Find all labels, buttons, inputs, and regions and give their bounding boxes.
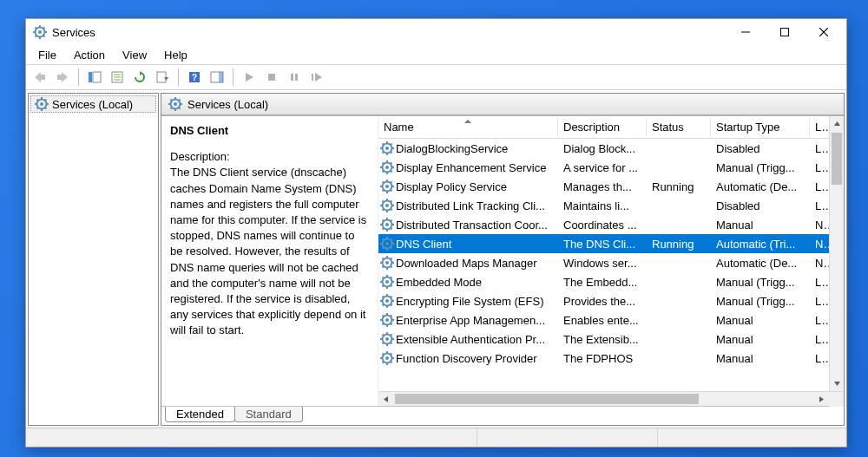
tab-standard[interactable]: Standard [234,407,303,422]
service-desc-cell: A service for ... [558,161,647,174]
services-list: Name Description Status Startup Type Log… [378,116,844,406]
column-description[interactable]: Description [558,118,647,136]
svg-rect-30 [268,74,275,81]
scrollbar-thumb[interactable] [832,133,842,185]
tab-extended[interactable]: Extended [165,407,235,422]
service-startup-cell: Manual (Trigg... [711,295,810,308]
gear-icon [380,294,394,308]
services-rows[interactable]: DialogBlockingServiceDialog Block...Disa… [378,139,844,391]
scrollbar-thumb[interactable] [395,394,699,404]
gear-icon [380,218,394,232]
table-row[interactable]: Function Discovery ProviderThe FDPHOSMan… [378,349,844,368]
vertical-scrollbar[interactable] [829,116,844,391]
service-startup-cell: Manual (Trigg... [711,276,810,289]
service-desc-cell: The DNS Cli... [558,238,647,251]
window-controls [726,20,843,44]
details-pane: DNS Client Description: The DNS Client s… [161,116,378,406]
svg-rect-16 [89,72,92,82]
results-header: Services (Local) [161,94,844,116]
description-label: Description: [170,149,369,165]
gear-icon [168,97,182,111]
service-startup-cell: Disabled [711,142,810,155]
tree-item-label: Services (Local) [52,98,133,111]
gear-icon [380,237,394,251]
pause-service-button[interactable] [284,67,305,88]
menu-help[interactable]: Help [155,47,196,63]
export-list-button[interactable] [152,67,173,88]
service-name-cell: Embedded Mode [396,276,482,289]
scroll-right-icon[interactable] [814,392,829,407]
console-tree[interactable]: Services (Local) [28,93,159,426]
refresh-button[interactable] [129,67,150,88]
table-row[interactable]: Extensible Authentication Pr...The Exten… [378,330,844,349]
scroll-down-icon[interactable] [830,376,844,391]
table-row[interactable]: Embedded ModeThe Embedd...Manual (Trigg.… [378,272,844,291]
table-row[interactable]: Distributed Link Tracking Cli...Maintain… [378,196,844,215]
horizontal-scrollbar[interactable] [378,391,844,406]
column-name[interactable]: Name [378,118,558,136]
svg-rect-17 [93,72,101,82]
service-name-cell: Display Enhancement Service [396,161,546,174]
scroll-left-icon[interactable] [378,392,393,407]
table-row[interactable]: Display Enhancement ServiceA service for… [378,158,844,177]
menu-file[interactable]: File [30,47,65,63]
table-row[interactable]: Enterprise App Managemen...Enables ente.… [378,310,844,330]
close-button[interactable] [804,20,843,44]
show-hide-action-pane-button[interactable] [207,67,227,88]
statusbar [26,428,846,447]
restart-service-button[interactable] [306,67,327,88]
column-startup-type[interactable]: Startup Type [711,118,810,136]
svg-marker-22 [140,71,142,75]
back-button[interactable] [30,67,50,88]
service-desc-cell: Enables ente... [558,314,647,327]
show-hide-tree-button[interactable] [84,67,105,88]
gear-icon [35,97,49,111]
help-button[interactable]: ? [184,67,205,88]
forward-button[interactable] [52,67,73,88]
service-name-cell: Distributed Link Tracking Cli... [396,199,545,212]
gear-icon [380,275,394,289]
service-name-cell: Encrypting File System (EFS) [396,295,544,308]
service-startup-cell: Automatic (Tri... [711,238,810,251]
svg-marker-37 [384,396,388,402]
table-row[interactable]: DNS ClientThe DNS Cli...RunningAutomatic… [378,234,844,253]
tree-services-local[interactable]: Services (Local) [30,95,156,113]
table-row[interactable]: Display Policy ServiceManages th...Runni… [378,177,844,196]
service-startup-cell: Manual [711,314,810,327]
menu-view[interactable]: View [114,47,155,63]
service-desc-cell: Dialog Block... [558,142,647,155]
results-body: DNS Client Description: The DNS Client s… [161,116,844,406]
svg-rect-33 [312,74,313,81]
column-status[interactable]: Status [647,118,711,136]
service-desc-cell: The Embedd... [558,276,647,289]
gear-icon [380,332,394,346]
table-row[interactable]: Encrypting File System (EFS)Provides the… [378,291,844,310]
start-service-button[interactable] [239,67,260,88]
service-desc-cell: Windows ser... [558,257,647,270]
stop-service-button[interactable] [261,67,282,88]
svg-rect-31 [291,74,293,81]
service-name-cell: Enterprise App Managemen... [396,314,545,327]
service-startup-cell: Manual [711,352,810,365]
scroll-up-icon[interactable] [830,116,844,131]
results-header-label: Services (Local) [187,98,268,111]
table-row[interactable]: DialogBlockingServiceDialog Block...Disa… [378,139,844,158]
results-pane: Services (Local) DNS Client Description:… [161,93,845,426]
svg-marker-38 [819,396,824,402]
svg-text:?: ? [192,73,197,82]
service-desc-cell: The FDPHOS [558,352,647,365]
properties-button[interactable] [107,67,128,88]
titlebar[interactable]: Services [26,19,846,45]
table-row[interactable]: Distributed Transaction Coor...Coordinat… [378,215,844,234]
gear-icon [380,160,394,174]
minimize-button[interactable] [726,20,765,44]
menu-action[interactable]: Action [65,47,114,63]
maximize-button[interactable] [765,20,804,44]
gear-icon [380,313,394,327]
gear-icon [380,351,394,365]
gear-icon [380,199,394,212]
service-desc-cell: Provides the... [558,295,647,308]
table-row[interactable]: Downloaded Maps ManagerWindows ser...Aut… [378,253,844,272]
service-name-cell: Extensible Authentication Pr... [396,333,545,346]
svg-marker-14 [35,72,45,82]
